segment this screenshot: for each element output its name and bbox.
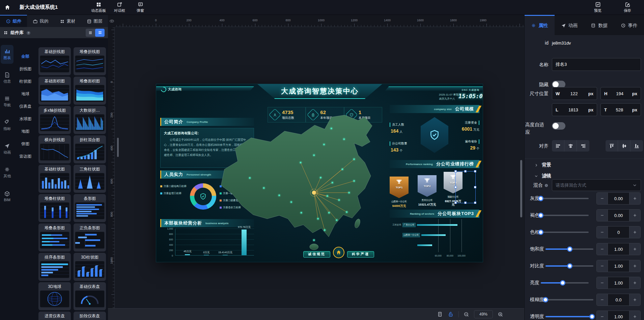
align-bottom-button[interactable]	[631, 140, 643, 152]
category-item[interactable]: 饼图	[14, 138, 36, 150]
selection-handle[interactable]	[474, 186, 476, 188]
category-item[interactable]: 柱状图	[14, 75, 36, 88]
decrease-button[interactable]	[597, 294, 608, 305]
home-button[interactable]	[0, 0, 15, 15]
rank-card-top2[interactable]: TOP2 贵州分公司 10321.47万元	[418, 175, 437, 206]
component-card[interactable]: 3D柱状图	[74, 253, 106, 281]
align-left-button[interactable]	[552, 140, 564, 152]
help-icon[interactable]: ?	[26, 30, 31, 35]
filter-value[interactable]: 0.0	[608, 294, 629, 305]
component-card[interactable]: 堆叠折线图	[74, 47, 106, 75]
align-vcenter-button[interactable]	[618, 140, 631, 152]
align-hcenter-button[interactable]	[564, 140, 577, 152]
decrease-button[interactable]	[597, 311, 608, 320]
filter-value[interactable]: 0	[608, 226, 629, 238]
decrease-button[interactable]	[597, 260, 608, 272]
top-input[interactable]: T528px	[600, 103, 641, 116]
dashboard-design[interactable]: 大成咨询智慧决策中心 大成咨询 DNC大成咨询 2025-11-07 星期五 农…	[156, 84, 483, 262]
panel-scrollbar-thumb[interactable]	[117, 138, 119, 157]
autofit-toggle[interactable]	[552, 122, 565, 130]
dynamic-panel-button[interactable]: 动态面板	[88, 0, 109, 15]
filter-value[interactable]: 1.00	[608, 277, 629, 289]
selection-handle[interactable]	[454, 170, 457, 172]
decrease-button[interactable]	[597, 193, 608, 204]
rail-item-animation[interactable]: 动画	[1, 139, 13, 158]
rail-item-charts[interactable]: 图表	[1, 45, 13, 64]
decrease-button[interactable]	[597, 277, 608, 289]
properties-tab-data[interactable]: 数据	[584, 15, 614, 35]
category-item[interactable]: 折线图	[14, 63, 36, 75]
category-item[interactable]: 地球	[14, 88, 36, 100]
category-item[interactable]: 仪表盘	[14, 100, 36, 113]
left-tab-materials[interactable]: 素材	[54, 15, 81, 27]
filter-slider[interactable]	[545, 297, 593, 302]
page-settings-button[interactable]	[437, 311, 443, 317]
increase-button[interactable]	[629, 260, 640, 272]
rail-item-bim[interactable]: BIM	[1, 187, 13, 206]
zoom-in-button[interactable]	[498, 312, 503, 317]
component-card[interactable]: 横向折线图	[38, 135, 71, 163]
filter-slider[interactable]	[545, 314, 593, 319]
properties-tab-animation[interactable]: 动画	[555, 15, 585, 35]
selection-handle[interactable]	[454, 202, 457, 204]
component-card[interactable]: 堆叠柱状图	[38, 194, 71, 222]
component-card[interactable]: 三角柱状图	[74, 165, 106, 193]
selection-handle[interactable]	[474, 202, 476, 204]
filter-slider[interactable]	[545, 246, 593, 252]
filter-slider[interactable]	[541, 230, 589, 235]
component-card[interactable]: 3D地球	[38, 282, 71, 310]
component-card[interactable]: 排序条形图	[38, 253, 71, 281]
increase-button[interactable]	[629, 243, 640, 255]
component-card[interactable]: 多x轴折线图	[38, 106, 71, 134]
selection-handle[interactable]	[474, 170, 476, 172]
filter-value[interactable]: 0.00	[608, 193, 629, 204]
decrease-button[interactable]	[597, 210, 608, 221]
component-card[interactable]: 正负条形图	[74, 223, 106, 251]
filter-slider[interactable]	[541, 196, 589, 201]
height-input[interactable]: H194px	[600, 87, 641, 100]
rank-card-top1[interactable]: TOP1 山西第一分公司 94000万元	[390, 177, 409, 208]
increase-button[interactable]	[629, 294, 640, 305]
filter-value[interactable]: 1.00	[608, 311, 629, 320]
canvas-vertical-scrollbar[interactable]	[520, 160, 522, 217]
zoom-level[interactable]: 49%	[474, 310, 493, 318]
popup-button[interactable]: 弹窗	[130, 0, 151, 15]
filter-slider[interactable]	[545, 263, 593, 269]
preview-button[interactable]: 预览	[587, 0, 608, 15]
increase-button[interactable]	[629, 193, 640, 204]
properties-tab-attributes[interactable]: 属性	[525, 15, 555, 35]
filter-slider[interactable]	[541, 213, 589, 218]
increase-button[interactable]	[629, 277, 640, 289]
category-item[interactable]: 全部	[14, 50, 36, 63]
left-tab-mine[interactable]: 我的	[27, 15, 54, 27]
rail-item-indicator[interactable]: 指标	[1, 116, 13, 135]
align-top-button[interactable]	[606, 140, 618, 152]
category-item[interactable]: 地图	[14, 125, 36, 138]
left-input[interactable]: L1813px	[552, 103, 597, 116]
zoom-out-button[interactable]	[464, 312, 469, 317]
selection-overlay[interactable]	[455, 171, 476, 203]
decrease-button[interactable]	[597, 243, 608, 255]
decrease-button[interactable]	[597, 226, 608, 238]
rail-item-info[interactable]: 信息	[1, 69, 13, 87]
component-card[interactable]: 进度仪表盘 68%	[38, 312, 71, 320]
filter-value[interactable]: 0.00	[608, 210, 629, 221]
component-card[interactable]: 阶段仪表盘	[74, 312, 106, 320]
list-view-button[interactable]	[86, 29, 95, 37]
selection-handle[interactable]	[464, 170, 467, 172]
canvas-area[interactable]: 02004006008001080 0200400600800100012001…	[108, 15, 524, 320]
properties-tab-events[interactable]: 事件	[614, 15, 644, 35]
dialog-button[interactable]: 对话框	[109, 0, 130, 15]
category-item[interactable]: 雷达图	[14, 150, 36, 163]
width-input[interactable]: W122px	[552, 87, 597, 100]
filter-section[interactable]: 滤镜	[534, 173, 551, 179]
component-card[interactable]: 基础仪表盘	[74, 282, 106, 310]
unlock-icon[interactable]	[448, 311, 454, 317]
component-card[interactable]: 基础折线图	[38, 47, 71, 75]
component-card[interactable]: 堆叠条形图	[38, 223, 71, 251]
component-card[interactable]: 堆叠面积图	[74, 77, 106, 105]
increase-button[interactable]	[629, 210, 640, 221]
category-item[interactable]: 水球图	[14, 113, 36, 125]
component-card[interactable]: 大数据折…	[74, 106, 106, 134]
filter-slider[interactable]	[541, 280, 589, 286]
